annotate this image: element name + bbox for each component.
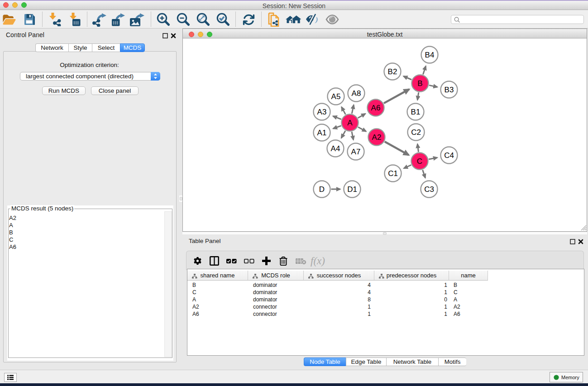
svg-text:A3: A3 (317, 108, 327, 116)
svg-text:C: C (417, 157, 422, 166)
svg-text:A7: A7 (351, 148, 361, 156)
svg-text:C2: C2 (411, 128, 421, 137)
svg-text:A5: A5 (331, 92, 341, 101)
svg-text:A: A (347, 119, 353, 127)
svg-text:C4: C4 (444, 151, 454, 160)
svg-text:B1: B1 (411, 108, 421, 116)
svg-text:C3: C3 (424, 185, 434, 194)
svg-text:B2: B2 (388, 67, 397, 76)
svg-text:A8: A8 (352, 89, 361, 98)
svg-text:D: D (319, 185, 325, 194)
svg-text:B3: B3 (445, 86, 454, 94)
svg-text:A2: A2 (372, 133, 382, 142)
svg-text:C1: C1 (388, 169, 398, 178)
svg-text:D1: D1 (347, 185, 357, 194)
svg-text:B: B (417, 79, 422, 88)
svg-text:A6: A6 (371, 104, 381, 112)
svg-text:A1: A1 (317, 129, 327, 137)
svg-text:B4: B4 (425, 51, 435, 59)
svg-text:A4: A4 (331, 144, 340, 153)
